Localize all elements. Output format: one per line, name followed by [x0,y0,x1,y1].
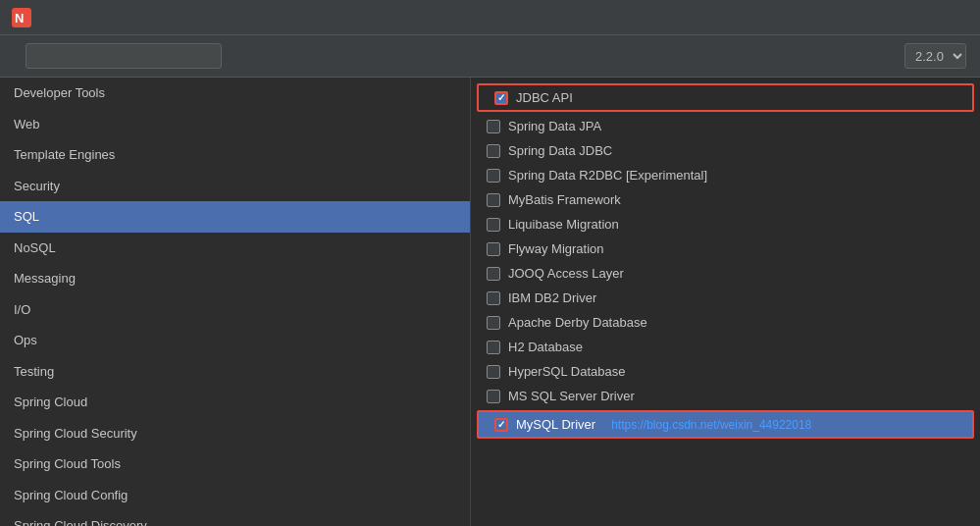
dep-label-jooq-access-layer: JOOQ Access Layer [508,266,624,281]
dep-row-spring-data-r2dbc: Spring Data R2DBC [Experimental] [471,163,980,187]
content-area: Developer ToolsWebTemplate EnginesSecuri… [0,78,980,526]
main-content: 🔍 2.2.0 2.1.0 2.0.0 Developer ToolsWebTe… [0,35,980,526]
app-logo: N [12,8,31,27]
checkbox-hypersql-database[interactable] [487,365,500,379]
category-item-nosql[interactable]: NoSQL [0,233,470,264]
dep-label-liquibase-migration: Liquibase Migration [508,217,619,232]
right-panel: ✓JDBC APISpring Data JPASpring Data JDBC… [471,78,980,526]
dep-item-spring-data-jpa[interactable]: Spring Data JPA [471,114,980,138]
search-input[interactable] [26,43,222,69]
checkbox-jdbc-api[interactable]: ✓ [494,91,508,105]
dep-label-spring-data-jpa: Spring Data JPA [508,119,601,133]
category-item-io[interactable]: I/O [0,294,470,326]
category-item-developer-tools[interactable]: Developer Tools [0,78,470,109]
checkbox-mysql-driver[interactable]: ✓ [494,418,508,432]
svg-text:N: N [15,11,24,26]
dep-row-liquibase-migration: Liquibase Migration [471,212,980,237]
dep-row-jooq-access-layer: JOOQ Access Layer [471,261,980,286]
checkbox-spring-data-jpa[interactable] [487,120,500,133]
dep-item-jooq-access-layer[interactable]: JOOQ Access Layer [471,261,980,286]
dep-label-mybatis-framework: MyBatis Framework [508,192,621,207]
checkbox-spring-data-r2dbc[interactable] [487,169,500,183]
dep-item-h2-database[interactable]: H2 Database [471,335,980,359]
dep-item-liquibase-migration[interactable]: Liquibase Migration [471,212,980,237]
dep-row-jdbc-api: ✓JDBC API [477,83,974,112]
dep-label-spring-data-r2dbc: Spring Data R2DBC [Experimental] [508,168,707,183]
dep-label-ms-sql-server-driver: MS SQL Server Driver [508,389,635,403]
left-panel: Developer ToolsWebTemplate EnginesSecuri… [0,78,471,526]
category-item-sql[interactable]: SQL [0,201,470,233]
dep-row-ms-sql-server-driver: MS SQL Server Driver [471,384,980,408]
dep-item-ibm-db2-driver[interactable]: IBM DB2 Driver [471,286,980,310]
dep-item-spring-data-jdbc[interactable]: Spring Data JDBC [471,138,980,163]
dep-item-apache-derby-database[interactable]: Apache Derby Database [471,310,980,335]
checkbox-mybatis-framework[interactable] [487,193,500,207]
category-item-template-engines[interactable]: Template Engines [0,139,470,171]
dep-row-hypersql-database: HyperSQL Database [471,359,980,384]
checkbox-h2-database[interactable] [487,341,500,354]
category-item-spring-cloud-discovery[interactable]: Spring Cloud Discovery [0,510,470,526]
dep-label-spring-data-jdbc: Spring Data JDBC [508,143,612,158]
dep-item-ms-sql-server-driver[interactable]: MS SQL Server Driver [471,384,980,408]
category-item-spring-cloud-security[interactable]: Spring Cloud Security [0,418,470,449]
category-item-testing[interactable]: Testing [0,356,470,388]
spring-boot-version-select[interactable]: 2.2.0 2.1.0 2.0.0 [904,43,966,69]
dep-row-spring-data-jdbc: Spring Data JDBC [471,138,980,163]
dep-row-mybatis-framework: MyBatis Framework [471,187,980,212]
dep-item-flyway-migration[interactable]: Flyway Migration [471,237,980,261]
dep-label-mysql-driver: MySQL Driver [516,417,595,432]
dep-label-apache-derby-database: Apache Derby Database [508,315,647,330]
category-item-ops[interactable]: Ops [0,325,470,356]
dep-label-hypersql-database: HyperSQL Database [508,364,625,379]
dep-row-mysql-driver: ✓MySQL Driverhttps://blog.csdn.net/weixi… [477,410,974,439]
category-item-spring-cloud-config[interactable]: Spring Cloud Config [0,480,470,511]
dep-label-ibm-db2-driver: IBM DB2 Driver [508,290,596,305]
checkbox-liquibase-migration[interactable] [487,218,500,232]
header-right: 2.2.0 2.1.0 2.0.0 [897,43,966,69]
dep-url-mysql-driver: https://blog.csdn.net/weixin_44922018 [611,418,811,432]
dep-label-jdbc-api: JDBC API [516,90,573,105]
dep-label-h2-database: H2 Database [508,340,583,354]
checkbox-spring-data-jdbc[interactable] [487,144,500,158]
search-wrapper: 🔍 [26,43,222,69]
dep-item-spring-data-r2dbc[interactable]: Spring Data R2DBC [Experimental] [471,163,980,187]
header-bar: 🔍 2.2.0 2.1.0 2.0.0 [0,35,980,78]
dep-row-flyway-migration: Flyway Migration [471,237,980,261]
dep-row-spring-data-jpa: Spring Data JPA [471,114,980,138]
checkbox-ms-sql-server-driver[interactable] [487,390,500,403]
category-item-spring-cloud-tools[interactable]: Spring Cloud Tools [0,448,470,480]
titlebar: N [0,0,980,35]
dep-row-ibm-db2-driver: IBM DB2 Driver [471,286,980,310]
dep-item-mysql-driver[interactable]: ✓MySQL Driverhttps://blog.csdn.net/weixi… [479,412,972,437]
dep-row-h2-database: H2 Database [471,335,980,359]
checkbox-jooq-access-layer[interactable] [487,267,500,281]
dep-label-flyway-migration: Flyway Migration [508,241,604,256]
category-item-messaging[interactable]: Messaging [0,263,470,294]
category-item-security[interactable]: Security [0,171,470,202]
dep-item-mybatis-framework[interactable]: MyBatis Framework [471,187,980,212]
category-item-spring-cloud[interactable]: Spring Cloud [0,387,470,418]
checkbox-ibm-db2-driver[interactable] [487,291,500,305]
checkbox-flyway-migration[interactable] [487,242,500,256]
header-left: 🔍 [14,43,222,69]
category-item-web[interactable]: Web [0,109,470,140]
dep-item-jdbc-api[interactable]: ✓JDBC API [479,85,972,110]
dep-row-apache-derby-database: Apache Derby Database [471,310,980,335]
dep-item-hypersql-database[interactable]: HyperSQL Database [471,359,980,384]
checkbox-apache-derby-database[interactable] [487,316,500,330]
